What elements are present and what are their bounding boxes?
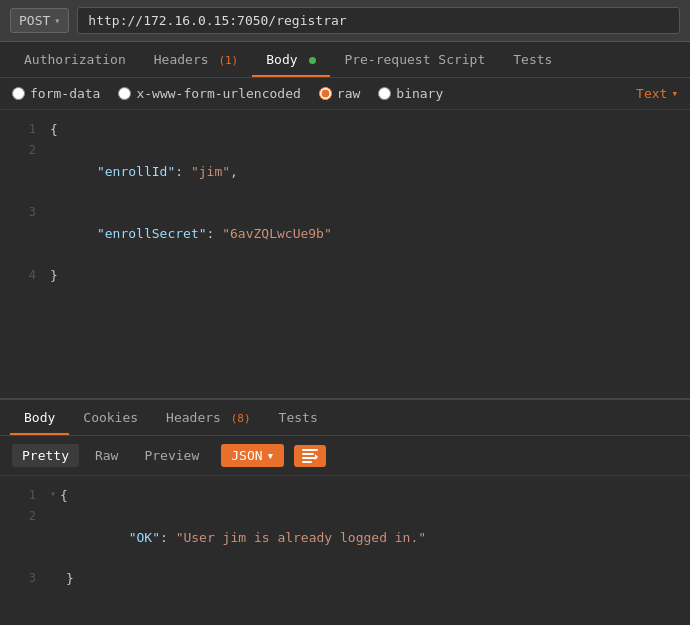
svg-rect-0	[302, 449, 318, 451]
headers-badge: (1)	[218, 54, 238, 67]
bottom-tab-tests[interactable]: Tests	[265, 400, 332, 435]
json-chevron: ▾	[267, 448, 275, 463]
svg-rect-1	[302, 453, 314, 455]
method-chevron: ▾	[54, 15, 60, 26]
view-pretty-button[interactable]: Pretty	[12, 444, 79, 467]
option-form-data[interactable]: form-data	[12, 86, 100, 101]
bottom-section: Body Cookies Headers (8) Tests Pretty Ra…	[0, 400, 690, 600]
resp-line-2: 2 "OK": "User jim is already logged in."	[0, 507, 690, 569]
text-format-chevron: ▾	[671, 87, 678, 100]
svg-rect-3	[302, 461, 312, 463]
body-dot	[309, 57, 316, 64]
bottom-tab-cookies[interactable]: Cookies	[69, 400, 152, 435]
response-toolbar: Pretty Raw Preview JSON ▾	[0, 436, 690, 476]
view-preview-button[interactable]: Preview	[134, 444, 209, 467]
response-code-area: 1 ▾ { 2 "OK": "User jim is already logge…	[0, 476, 690, 600]
top-bar: POST ▾	[0, 0, 690, 42]
option-binary[interactable]: binary	[378, 86, 443, 101]
url-input[interactable]	[77, 7, 680, 34]
tab-pre-request-script[interactable]: Pre-request Script	[330, 42, 499, 77]
wrap-lines-icon	[302, 449, 318, 463]
bottom-headers-badge: (8)	[231, 412, 251, 425]
method-label: POST	[19, 13, 50, 28]
method-dropdown[interactable]: POST ▾	[10, 8, 69, 33]
bottom-tab-body[interactable]: Body	[10, 400, 69, 435]
option-raw[interactable]: raw	[319, 86, 360, 101]
wrap-icon-button[interactable]	[294, 445, 326, 467]
json-format-dropdown[interactable]: JSON ▾	[221, 444, 284, 467]
expand-icon-1: ▾	[50, 486, 56, 507]
body-type-row: form-data x-www-form-urlencoded raw bina…	[0, 78, 690, 110]
view-raw-button[interactable]: Raw	[85, 444, 128, 467]
code-line-2: 2 "enrollId": "jim",	[0, 141, 690, 203]
text-format-dropdown[interactable]: Text ▾	[636, 86, 678, 101]
resp-line-3: 3 }	[0, 569, 690, 590]
svg-marker-4	[315, 454, 318, 460]
tab-authorization[interactable]: Authorization	[10, 42, 140, 77]
svg-rect-2	[302, 457, 316, 459]
option-x-www-form-urlencoded[interactable]: x-www-form-urlencoded	[118, 86, 300, 101]
tab-body[interactable]: Body	[252, 42, 330, 77]
code-editor[interactable]: 1 { 2 "enrollId": "jim", 3 "enrollSecret…	[0, 110, 690, 400]
code-line-3: 3 "enrollSecret": "6avZQLwcUe9b"	[0, 203, 690, 265]
tab-tests[interactable]: Tests	[499, 42, 566, 77]
top-tab-nav: Authorization Headers (1) Body Pre-reque…	[0, 42, 690, 78]
tab-headers[interactable]: Headers (1)	[140, 42, 253, 77]
code-line-4: 4 }	[0, 266, 690, 287]
code-line-1: 1 {	[0, 120, 690, 141]
bottom-tab-headers[interactable]: Headers (8)	[152, 400, 265, 435]
bottom-tab-nav: Body Cookies Headers (8) Tests	[0, 400, 690, 436]
resp-line-1: 1 ▾ {	[0, 486, 690, 507]
